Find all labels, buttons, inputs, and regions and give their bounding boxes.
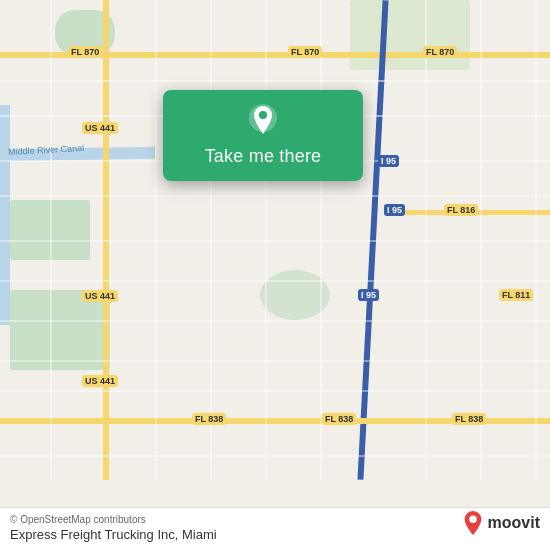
street-h6: [0, 280, 550, 282]
label-fl811: FL 811: [499, 289, 533, 301]
street-v3: [210, 0, 212, 480]
label-fl838-2: FL 838: [322, 413, 356, 425]
street-v4: [265, 0, 267, 480]
street-h1: [0, 80, 550, 82]
street-v6: [425, 0, 427, 480]
label-i95-2: I 95: [384, 204, 405, 216]
street-h10: [0, 455, 550, 457]
map-background: FL 870 FL 870 FL 870 US 441 US 441 US 44…: [0, 0, 550, 550]
street-h8: [0, 360, 550, 362]
label-fl870-1: FL 870: [68, 46, 102, 58]
street-v5: [320, 0, 322, 480]
take-me-there-label[interactable]: Take me there: [205, 146, 322, 167]
moovit-logo: moovit: [462, 510, 540, 536]
label-us441-3: US 441: [82, 375, 118, 387]
label-us441-1: US 441: [82, 122, 118, 134]
location-name-text: Express Freight Trucking Inc, Miami: [10, 527, 540, 542]
street-v8: [535, 0, 537, 480]
street-h7: [0, 320, 550, 322]
green-area-3: [10, 290, 110, 370]
label-fl870-3: FL 870: [423, 46, 457, 58]
svg-point-2: [469, 516, 476, 523]
svg-point-1: [259, 111, 267, 119]
street-v7: [480, 0, 482, 480]
label-i95-3: I 95: [358, 289, 379, 301]
location-pin-icon: [245, 102, 281, 138]
label-fl838-1: FL 838: [192, 413, 226, 425]
airport-area: [350, 0, 470, 70]
street-v2: [155, 0, 157, 480]
label-fl838-3: FL 838: [452, 413, 486, 425]
label-us441-2: US 441: [82, 290, 118, 302]
popup-card: Take me there: [163, 90, 363, 181]
street-h9: [0, 390, 550, 392]
map-container: FL 870 FL 870 FL 870 US 441 US 441 US 44…: [0, 0, 550, 550]
street-h5: [0, 240, 550, 242]
label-fl816: FL 816: [444, 204, 478, 216]
water-canal-2: [0, 105, 10, 325]
label-i95-1: I 95: [378, 155, 399, 167]
copyright-text: © OpenStreetMap contributors: [10, 514, 540, 525]
street-h4: [0, 195, 550, 197]
street-v1: [50, 0, 52, 480]
label-fl870-2: FL 870: [288, 46, 322, 58]
moovit-pin-icon: [462, 510, 484, 536]
moovit-text-label: moovit: [488, 514, 540, 532]
